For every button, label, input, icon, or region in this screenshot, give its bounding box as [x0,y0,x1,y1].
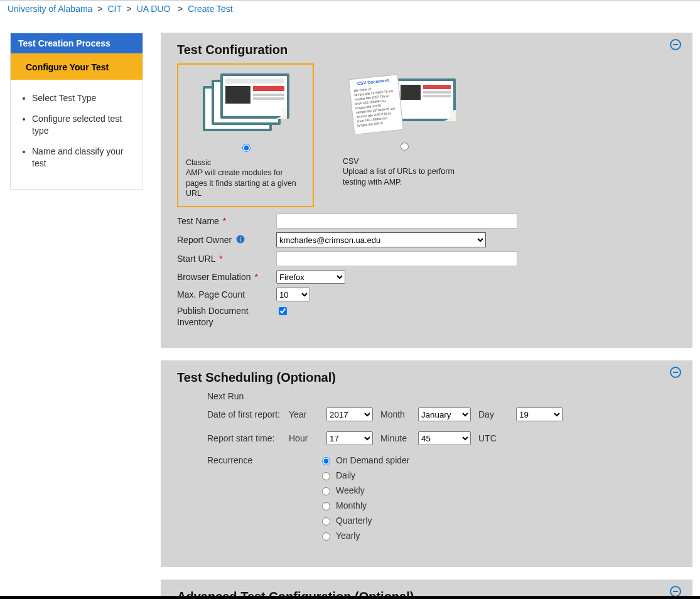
sidebar-active-step[interactable]: Configure Your Test [11,53,143,80]
label-max-page-count: Max. Page Count [177,289,276,300]
checkbox-publish-doc-inventory[interactable] [279,307,287,315]
type-desc-text: AMP will create modules for pages it fin… [186,168,296,198]
svg-rect-33 [673,372,678,373]
select-minute[interactable]: 45 [418,431,471,445]
label-test-name: Test Name * [177,216,276,226]
breadcrumb-unit[interactable]: CIT [107,4,121,14]
breadcrumb: University of Alabama > CIT > UA DUO > C… [0,1,700,19]
type-name: CSV [343,156,465,166]
radio-quarterly[interactable] [322,517,330,526]
type-thumb-csv: CSV Document title value url sample titl… [338,66,468,138]
label-month: Month [380,409,411,419]
svg-rect-11 [253,94,284,96]
select-browser-emulation[interactable]: Firefox [276,270,345,284]
label-next-run: Next Run [207,391,676,401]
sidebar-step: Name and classify your test [32,146,136,170]
type-radio-classic[interactable] [242,144,250,152]
recurrence-options: On Demand spider Daily Weekly Monthly Qu… [319,455,410,541]
label-year: Year [289,409,319,419]
select-report-owner[interactable]: kmcharles@crimson.ua.edu [276,232,486,247]
breadcrumb-current[interactable]: Create Test [188,4,232,14]
type-card-csv[interactable]: CSV Document title value url sample titl… [335,63,472,207]
type-name: Classic [186,158,305,168]
select-max-page-count[interactable]: 10 [276,288,310,301]
sidebar-step: Select Test Type [32,92,136,104]
label-tz: UTC [478,433,497,443]
label-report-start-time: Report start time: [207,433,289,443]
svg-rect-8 [225,78,284,84]
radio-on-demand[interactable] [322,457,330,465]
label-date-first-report: Date of first report: [207,409,289,419]
svg-rect-17 [423,91,451,94]
type-radio-csv[interactable] [401,143,409,151]
svg-rect-35 [673,591,678,592]
sidebar-step: Configure selected test type [32,113,136,137]
label-minute: Minute [380,433,411,443]
label-recurrence: Recurrence [207,455,289,465]
sidebar: Test Creation Process Configure Your Tes… [10,33,143,190]
sidebar-header: Test Creation Process [11,33,143,53]
radio-daily[interactable] [322,472,330,480]
select-year[interactable]: 2017 [326,407,373,421]
panel-test-configuration: Test Configuration [161,33,692,348]
breadcrumb-org[interactable]: University of Alabama [8,4,92,14]
radio-yearly[interactable] [322,532,330,541]
svg-rect-16 [423,85,451,89]
collapse-icon[interactable] [670,367,681,378]
select-hour[interactable]: 17 [326,431,373,445]
svg-rect-12 [253,97,284,100]
input-start-url[interactable] [276,251,517,266]
panel-test-scheduling: Test Scheduling (Optional) Next Run Date… [161,360,692,567]
svg-rect-18 [423,95,451,97]
radio-weekly[interactable] [322,487,330,495]
label-report-owner: Report Owner i [177,235,276,245]
panel-title: Test Configuration [177,43,676,57]
label-hour: Hour [289,433,319,443]
input-test-name[interactable] [276,213,517,229]
type-card-classic[interactable]: Classic AMP will create modules for page… [177,63,314,207]
label-publish-doc-inventory: Publish Document Inventory [177,305,276,328]
radio-monthly[interactable] [322,502,330,510]
svg-rect-10 [253,86,284,91]
select-day[interactable]: 19 [516,407,563,421]
sidebar-steps: Select Test Type Configure selected test… [11,80,143,189]
info-icon[interactable]: i [236,235,245,244]
svg-text:i: i [240,236,242,243]
panel-title: Test Scheduling (Optional) [177,370,676,385]
type-thumb-classic [181,67,311,139]
label-start-url: Start URL * [177,254,276,264]
collapse-icon[interactable] [670,39,681,50]
svg-rect-9 [225,86,250,104]
label-day: Day [478,409,509,419]
label-browser-emulation: Browser Emulation * [177,272,276,282]
select-month[interactable]: January [418,407,471,421]
svg-rect-1 [673,44,678,45]
breadcrumb-project[interactable]: UA DUO [137,4,171,14]
type-desc-text: Upload a list of URLs to perform testing… [343,167,455,186]
svg-rect-15 [401,85,421,100]
